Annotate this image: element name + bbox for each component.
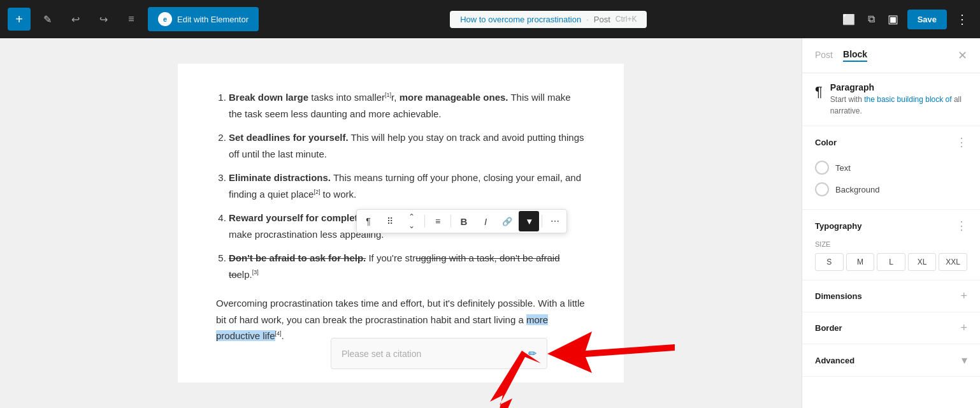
list-item: Break down large tasks into smaller[1]r,… [229, 89, 586, 122]
size-l-button[interactable]: L [877, 253, 905, 271]
tab-post[interactable]: Post [815, 49, 833, 62]
color-section-header: Color ⋮ [815, 135, 967, 149]
pen-icon-button[interactable]: ✎ [36, 8, 59, 31]
undo-button[interactable]: ↩ [64, 8, 87, 31]
background-color-option[interactable]: Background [815, 178, 967, 200]
border-expand-icon: + [960, 321, 967, 335]
list-item: Set deadlines for yourself. This will he… [229, 129, 586, 162]
block-desc-text: Start with the basic building block of a… [830, 94, 967, 117]
toolbar-right: ⬜ ⧉ ▣ Save ⋮ [839, 8, 972, 31]
toggle-view-button[interactable]: ▣ [884, 8, 902, 30]
list-view-button[interactable]: ≡ [120, 8, 143, 31]
main-layout: ✓ Break down large tasks into smaller[1]… [0, 38, 980, 408]
post-title: How to overcome procrastination [460, 15, 581, 24]
advanced-expand-icon: ▾ [962, 353, 967, 367]
list-item: Don't be afraid to ask for help. If you'… [229, 250, 586, 282]
more-options-button[interactable]: ⋯ [545, 211, 565, 231]
background-color-circle [815, 182, 829, 196]
align-button[interactable]: ≡ [428, 211, 448, 231]
dot-separator: · [586, 15, 589, 24]
size-options: S M L XL XXL [815, 253, 967, 271]
edit-with-elementor-button[interactable]: e Edit with Elementor [148, 7, 259, 31]
link-button[interactable]: 🔗 [497, 211, 517, 231]
list-item-bold: Set deadlines for yourself. [229, 132, 349, 143]
citation-placeholder: Please set a citation [342, 349, 421, 359]
elementor-label: Edit with Elementor [177, 15, 249, 24]
toolbar-left: + ✎ ↩ ↪ ≡ e Edit with Elementor [8, 7, 259, 31]
text-color-circle [815, 161, 829, 175]
block-info: ¶ Paragraph Start with the basic buildin… [802, 73, 980, 126]
citation-edit-icon[interactable]: ✏ [528, 347, 537, 360]
list-item-bold: Don't be afraid to ask for help. [229, 252, 366, 263]
typography-section-menu[interactable]: ⋮ [956, 219, 967, 233]
block-title: Paragraph [830, 82, 967, 92]
paragraph-block: Overcoming procrastination takes time an… [216, 295, 586, 344]
dimensions-title: Dimensions [815, 291, 862, 301]
paragraph-sup: [4] [275, 330, 282, 337]
list-item-bold2: more manageable ones. [400, 92, 508, 103]
redo-button[interactable]: ↪ [92, 8, 115, 31]
size-xxl-button[interactable]: XXL [939, 253, 967, 271]
post-type-label: Post [594, 15, 610, 24]
dimensions-expand-icon: + [960, 289, 967, 303]
color-section-title: Color [815, 138, 837, 147]
paragraph-format-button[interactable]: ¶ [358, 211, 378, 231]
size-m-button[interactable]: M [846, 253, 875, 271]
text-color-option[interactable]: Text [815, 157, 967, 178]
tab-block[interactable]: Block [843, 49, 867, 62]
color-section-menu[interactable]: ⋮ [956, 135, 967, 149]
border-section[interactable]: Border + [802, 312, 980, 344]
more-options-button[interactable]: ⋮ [952, 8, 972, 31]
typography-section-title: Typography [815, 221, 861, 231]
save-button[interactable]: Save [907, 10, 947, 29]
list-item-bold: Eliminate distractions. [229, 172, 331, 183]
block-link[interactable]: the basic building block of [864, 95, 951, 104]
background-color-label: Background [835, 185, 879, 194]
color-section: Color ⋮ Text Background [802, 126, 980, 210]
size-xl-button[interactable]: XL [908, 253, 937, 271]
sidebar: Post Block ✕ ¶ Paragraph Start with the … [802, 38, 980, 408]
text-color-label: Text [835, 163, 851, 173]
italic-button[interactable]: I [475, 211, 496, 231]
sidebar-close-button[interactable]: ✕ [958, 48, 967, 62]
post-title-bar[interactable]: How to overcome procrastination · Post C… [450, 11, 647, 28]
desktop-view-button[interactable]: ⬜ [839, 10, 859, 29]
advanced-title: Advanced [815, 356, 854, 365]
size-s-button[interactable]: S [815, 253, 844, 271]
drag-handle-button[interactable]: ⠿ [380, 211, 400, 231]
move-arrows-button[interactable]: ⌃⌄ [401, 211, 422, 231]
paragraph-tail: . [282, 330, 284, 341]
toolbar-center: How to overcome procrastination · Post C… [264, 11, 833, 28]
top-toolbar: + ✎ ↩ ↪ ≡ e Edit with Elementor How to o… [0, 0, 980, 38]
elementor-icon: e [158, 12, 172, 26]
external-view-button[interactable]: ⧉ [864, 10, 879, 29]
floating-toolbar: ¶ ⠿ ⌃⌄ ≡ B I 🔗 ▾ ⋯ [356, 209, 567, 233]
dimensions-section[interactable]: Dimensions + [802, 280, 980, 312]
toolbar-divider [424, 215, 425, 228]
typography-section: Typography ⋮ SIZE S M L XL XXL [802, 210, 980, 280]
sidebar-tabs: Post Block [815, 49, 867, 62]
content-list: Break down large tasks into smaller[1]r,… [216, 89, 586, 282]
content-area: Break down large tasks into smaller[1]r,… [0, 38, 802, 408]
bold-button[interactable]: B [454, 211, 474, 231]
toolbar-divider [450, 215, 451, 228]
size-label: SIZE [815, 240, 967, 248]
border-title: Border [815, 323, 842, 333]
add-block-button[interactable]: + [8, 8, 31, 31]
citation-box: Please set a citation ✏ [331, 338, 547, 369]
typography-section-header: Typography ⋮ [815, 219, 967, 233]
list-item: Eliminate distractions. This means turni… [229, 170, 586, 202]
shortcut-hint: Ctrl+K [616, 15, 637, 24]
paragraph-icon: ¶ [815, 84, 823, 100]
list-item-bold: Break down large [229, 92, 308, 103]
advanced-section[interactable]: Advanced ▾ [802, 344, 980, 377]
toolbar-divider [542, 215, 542, 228]
sidebar-header: Post Block ✕ [802, 38, 980, 73]
more-formats-button[interactable]: ▾ [519, 211, 539, 231]
editor-canvas: Break down large tasks into smaller[1]r,… [178, 64, 624, 382]
block-description: Paragraph Start with the basic building … [830, 82, 967, 117]
